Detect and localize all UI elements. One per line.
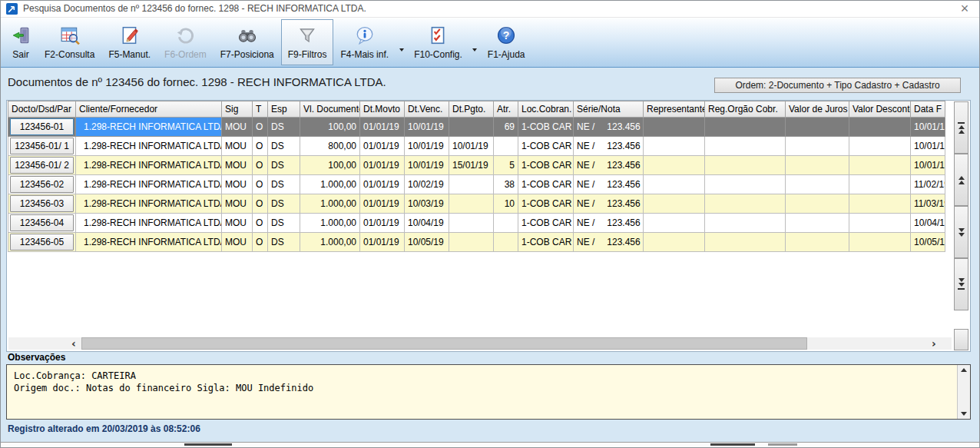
- cell-dtpgto[interactable]: 15/01/19: [449, 156, 494, 175]
- cell-dtmovto[interactable]: 01/01/19: [360, 175, 405, 194]
- cell-dtpgto[interactable]: [449, 118, 494, 137]
- cell-loccobran[interactable]: 1-COB CAR: [518, 137, 574, 156]
- table-row[interactable]: 123456-031.298-RECH INFORMATICA LTDA.MOU…: [8, 194, 945, 214]
- cell-dataf[interactable]: 10/01/19: [911, 156, 945, 175]
- cell-t[interactable]: O: [253, 233, 268, 252]
- cell-esp[interactable]: DS: [268, 194, 300, 214]
- cell-dtvenc[interactable]: 10/05/19: [405, 233, 449, 252]
- cell-docto[interactable]: 123456-03: [8, 194, 76, 214]
- cell-esp[interactable]: DS: [268, 118, 300, 137]
- table-row[interactable]: 123456-011.298-RECH INFORMATICA LTDA.MOU…: [8, 118, 945, 137]
- dropdown-arrow-icon[interactable]: [469, 19, 481, 65]
- cell-esp[interactable]: DS: [268, 156, 300, 175]
- horizontal-scrollbar-thumb[interactable]: [81, 337, 807, 350]
- cell-t[interactable]: O: [253, 214, 268, 233]
- cell-desconto[interactable]: [849, 214, 911, 233]
- close-icon[interactable]: ×: [952, 0, 977, 18]
- page-down-button[interactable]: [954, 206, 968, 258]
- row-header-button[interactable]: 123456-03: [10, 195, 74, 212]
- cell-atr[interactable]: 69: [494, 118, 518, 137]
- cell-serienota[interactable]: NE /123.456: [574, 214, 644, 233]
- column-header-esp[interactable]: Esp: [268, 101, 300, 118]
- column-header-regorgao[interactable]: Reg.Orgão Cobr.: [705, 101, 786, 118]
- row-header-button[interactable]: 123456-01/ 2: [10, 157, 74, 174]
- cell-sig[interactable]: MOU: [222, 118, 253, 137]
- cell-valor[interactable]: 1.000,00: [300, 233, 360, 252]
- cell-dtmovto[interactable]: 01/01/19: [360, 233, 405, 252]
- cell-representante[interactable]: [644, 175, 705, 194]
- cell-valor[interactable]: 800,00: [300, 137, 360, 156]
- row-header-button[interactable]: 123456-05: [10, 234, 74, 251]
- cell-atr[interactable]: [494, 233, 518, 252]
- column-header-representante[interactable]: Representante: [644, 101, 705, 118]
- cell-serienota[interactable]: NE /123.456: [574, 156, 644, 175]
- cell-representante[interactable]: [644, 233, 705, 252]
- column-header-cliente[interactable]: Cliente/Fornecedor: [76, 101, 222, 118]
- row-header-button[interactable]: 123456-01: [10, 118, 74, 135]
- cell-loccobran[interactable]: 1-COB CAR: [518, 118, 574, 137]
- cell-dtpgto[interactable]: [449, 194, 494, 214]
- cell-sig[interactable]: MOU: [222, 137, 253, 156]
- cell-juros[interactable]: [786, 175, 849, 194]
- toolbar-button-sair[interactable]: Sair: [4, 19, 38, 65]
- cell-juros[interactable]: [786, 156, 849, 175]
- column-header-juros[interactable]: Valor de Juros: [786, 101, 849, 118]
- cell-sig[interactable]: MOU: [222, 175, 253, 194]
- cell-loccobran[interactable]: 1-COB CAR: [518, 156, 574, 175]
- cell-juros[interactable]: [786, 233, 849, 252]
- column-header-desconto[interactable]: Valor Desconto: [849, 101, 911, 118]
- cell-desconto[interactable]: [849, 137, 911, 156]
- cell-dtpgto[interactable]: [449, 233, 494, 252]
- column-header-valor[interactable]: Vl. Documento: [300, 101, 360, 118]
- dropdown-arrow-icon[interactable]: [396, 19, 407, 65]
- cell-sig[interactable]: MOU: [222, 156, 253, 175]
- memo-scrollbar[interactable]: [957, 365, 970, 419]
- cell-valor[interactable]: 1.000,00: [300, 194, 360, 214]
- column-header-sig[interactable]: Sig: [222, 101, 253, 118]
- cell-loccobran[interactable]: 1-COB CAR: [518, 175, 574, 194]
- toolbar-button-ajuda[interactable]: ? F1-Ajuda: [481, 19, 532, 65]
- cell-cliente[interactable]: 1.298-RECH INFORMATICA LTDA.: [76, 137, 222, 156]
- cell-desconto[interactable]: [849, 175, 911, 194]
- cell-docto[interactable]: 123456-01: [8, 118, 76, 137]
- column-header-dataf[interactable]: Data F: [911, 101, 945, 118]
- cell-atr[interactable]: [494, 214, 518, 233]
- cell-atr[interactable]: 5: [494, 156, 518, 175]
- cell-valor[interactable]: 1.000,00: [300, 175, 360, 194]
- toolbar-button-maisinf[interactable]: F4-Mais inf.: [333, 19, 396, 65]
- cell-dataf[interactable]: 10/05/19: [911, 233, 945, 252]
- cell-valor[interactable]: 100,00: [300, 118, 360, 137]
- cell-dtvenc[interactable]: 10/01/19: [405, 118, 449, 137]
- cell-dtvenc[interactable]: 10/01/19: [405, 137, 449, 156]
- cell-representante[interactable]: [644, 194, 705, 214]
- cell-sig[interactable]: MOU: [222, 233, 253, 252]
- cell-docto[interactable]: 123456-01/ 2: [8, 156, 76, 175]
- cell-t[interactable]: O: [253, 156, 268, 175]
- cell-dtpgto[interactable]: [449, 175, 494, 194]
- cell-dtmovto[interactable]: 01/01/19: [360, 214, 405, 233]
- toolbar-button-filtros[interactable]: F9-Filtros: [281, 19, 334, 65]
- cell-serienota[interactable]: NE /123.456: [574, 137, 644, 156]
- column-header-serienota[interactable]: Série/Nota: [574, 101, 644, 118]
- table-row[interactable]: 123456-01/ 21.298-RECH INFORMATICA LTDA.…: [8, 156, 945, 175]
- cell-dtmovto[interactable]: 01/01/19: [360, 156, 405, 175]
- column-header-t[interactable]: T: [253, 101, 268, 118]
- page-up-button[interactable]: [954, 154, 968, 206]
- cell-dtmovto[interactable]: 01/01/19: [360, 194, 405, 214]
- cell-dataf[interactable]: 11/02/19: [911, 175, 945, 194]
- cell-desconto[interactable]: [849, 233, 911, 252]
- cell-dtpgto[interactable]: 10/01/19: [449, 137, 494, 156]
- cell-cliente[interactable]: 1.298-RECH INFORMATICA LTDA.: [76, 214, 222, 233]
- cell-esp[interactable]: DS: [268, 214, 300, 233]
- cell-dtpgto[interactable]: [449, 214, 494, 233]
- toolbar-button-consulta[interactable]: F2-Consulta: [38, 19, 101, 65]
- cell-dataf[interactable]: 10/01/19: [911, 118, 945, 137]
- cell-docto[interactable]: 123456-05: [8, 233, 76, 252]
- column-header-dtmovto[interactable]: Dt.Movto: [360, 101, 405, 118]
- cell-juros[interactable]: [786, 137, 849, 156]
- cell-dtvenc[interactable]: 10/03/19: [405, 194, 449, 214]
- cell-sig[interactable]: MOU: [222, 194, 253, 214]
- cell-serienota[interactable]: NE /123.456: [574, 175, 644, 194]
- cell-representante[interactable]: [644, 137, 705, 156]
- cell-serienota[interactable]: NE /123.456: [574, 233, 644, 252]
